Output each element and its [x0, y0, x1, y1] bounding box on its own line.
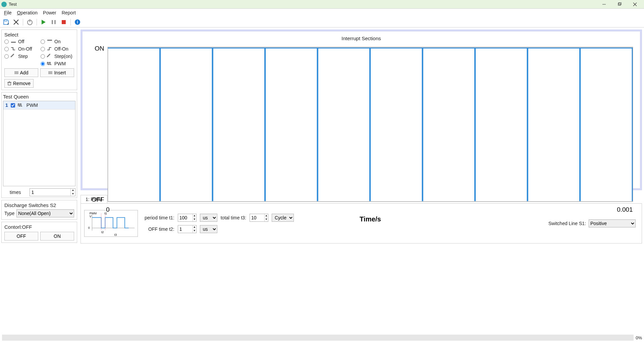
radio-offon[interactable]: Off-On [41, 46, 74, 52]
insert-button[interactable]: Insert [40, 68, 74, 77]
pause-icon[interactable] [50, 18, 58, 26]
discharge-type-label: Type [4, 211, 14, 216]
left-panel: Select Off On On-Off Off-On Step Step(on… [0, 27, 78, 333]
close-button[interactable] [627, 0, 643, 9]
control-title: Contorl:OFF [4, 224, 74, 230]
svg-rect-11 [52, 20, 53, 24]
queue-item-label: PWM [26, 102, 38, 108]
svg-text:t3: t3 [114, 233, 117, 236]
toolbar: i [0, 17, 644, 27]
svg-text:0: 0 [106, 206, 110, 213]
times-input[interactable]: ▲▼ [30, 188, 75, 196]
svg-text:OFF: OFF [92, 196, 104, 203]
menubar: File Operation Power Report [0, 9, 644, 17]
svg-text:t2: t2 [101, 230, 104, 234]
discharge-panel: Discharge Switches S2 Type None(All Open… [1, 200, 77, 220]
svg-rect-1 [618, 3, 621, 5]
toolbar-separator [37, 19, 37, 25]
cancel-icon[interactable] [12, 18, 20, 26]
menu-file[interactable]: File [1, 9, 14, 16]
titlebar: Test [0, 0, 644, 9]
radio-off[interactable]: Off [4, 39, 38, 44]
control-on-button[interactable]: ON [40, 232, 74, 241]
remove-button[interactable]: Remove [4, 79, 34, 88]
toolbar-separator [23, 19, 23, 25]
queue-panel: Test Queen 1 PWM times ▲▼ [1, 92, 77, 198]
trash-icon [7, 81, 11, 85]
menu-operation[interactable]: Operation [14, 9, 40, 16]
control-off-button[interactable]: OFF [4, 232, 38, 241]
insert-icon [48, 71, 52, 74]
svg-text:i: i [77, 20, 78, 24]
chart-title: Interrupt Sections [85, 34, 637, 43]
info-icon[interactable]: i [73, 18, 82, 26]
queue-list[interactable]: 1 PWM [3, 101, 75, 186]
svg-text:Time/s: Time/s [360, 215, 381, 223]
queue-title: Test Queen [3, 94, 75, 99]
menu-power[interactable]: Power [40, 9, 59, 16]
play-icon[interactable] [40, 18, 48, 26]
radio-step[interactable]: Step [4, 54, 38, 59]
power-icon[interactable] [26, 18, 34, 26]
svg-rect-2 [619, 2, 621, 5]
radio-stepon[interactable]: Step(on) [41, 54, 74, 59]
minimize-button[interactable] [596, 0, 612, 9]
app-icon [1, 2, 7, 7]
radio-on[interactable]: On [41, 39, 74, 44]
window-controls [596, 0, 643, 9]
control-panel: Contorl:OFF OFF ON [1, 222, 77, 243]
svg-rect-13 [62, 20, 66, 24]
queue-item[interactable]: 1 PWM [3, 101, 75, 110]
radio-onoff[interactable]: On-Off [4, 46, 38, 52]
svg-rect-24 [8, 82, 11, 85]
queue-item-checkbox[interactable] [11, 103, 15, 108]
queue-item-icon [18, 102, 24, 108]
spin-up[interactable]: ▲ [71, 189, 75, 192]
window-title: Test [9, 2, 17, 7]
svg-text:ON: ON [95, 45, 104, 52]
chart-container: Interrupt Sections ONOFF00.001Time/s [80, 29, 642, 190]
add-button[interactable]: Add [4, 68, 38, 77]
chart-body[interactable]: ONOFF00.001Time/s [85, 43, 637, 229]
svg-marker-10 [42, 20, 46, 24]
toolbar-separator [70, 19, 71, 25]
discharge-type-select[interactable]: None(All Open) [16, 209, 74, 217]
queue-item-index: 1 [5, 102, 8, 108]
spin-down[interactable]: ▼ [71, 192, 75, 196]
right-panel: Interrupt Sections ONOFF00.001Time/s 1: … [78, 27, 644, 333]
select-title: Select [4, 32, 74, 38]
menu-report[interactable]: Report [59, 9, 78, 16]
svg-rect-12 [54, 20, 56, 24]
select-panel: Select Off On On-Off Off-On Step Step(on… [1, 29, 77, 90]
radio-pwm[interactable]: PWM [41, 61, 74, 66]
svg-text:0.001: 0.001 [617, 206, 633, 213]
maximize-button[interactable] [612, 0, 627, 9]
stop-icon[interactable] [60, 18, 68, 26]
save-icon[interactable] [2, 18, 10, 26]
discharge-title: Discharge Switches S2 [4, 202, 74, 208]
progress-pct: 0% [636, 335, 642, 340]
times-label: times [3, 190, 28, 195]
progress-row: 0% [2, 335, 642, 341]
progress-bar [2, 335, 634, 341]
add-icon [14, 71, 18, 74]
